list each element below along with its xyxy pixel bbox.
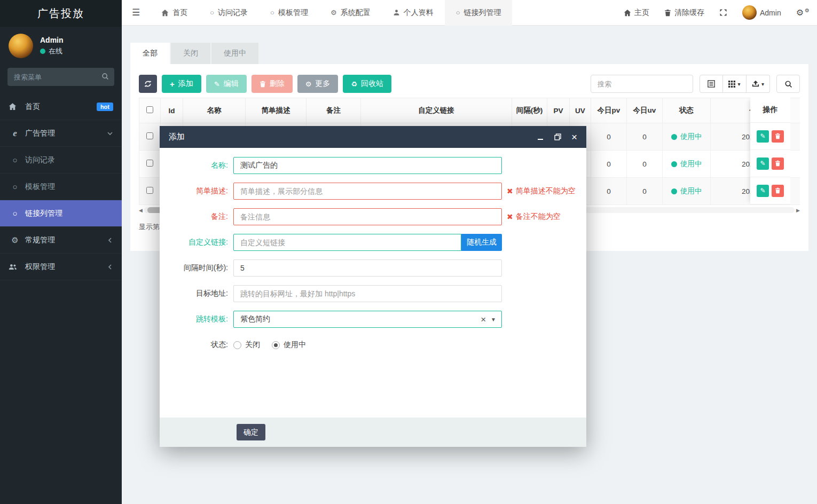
- row-checkbox[interactable]: [146, 187, 153, 194]
- columns-button[interactable]: ▾: [723, 75, 747, 93]
- row-delete-button[interactable]: [772, 185, 784, 197]
- nav-tab-home[interactable]: 首页: [150, 0, 199, 26]
- dialog-body: 名称: 简单描述: ✖简单描述不能为空 备注: ✖备注不能为空 自定义链接: 随…: [160, 148, 586, 418]
- dialog-title: 添加: [169, 132, 185, 142]
- status-badge: 使用中: [671, 159, 702, 169]
- nav-user-menu[interactable]: Admin: [735, 0, 789, 26]
- sidebar-search-input[interactable]: [7, 68, 114, 86]
- sidebar-item-visit-log[interactable]: ○ 访问记录: [0, 147, 122, 174]
- recycle-icon: ♻: [351, 80, 357, 88]
- cell-status: 使用中: [663, 178, 711, 205]
- name-input[interactable]: [233, 157, 502, 174]
- sidebar-item-perm-manage[interactable]: 权限管理: [0, 254, 122, 280]
- row-delete-button[interactable]: [772, 158, 784, 170]
- row-edit-button[interactable]: ✎: [757, 130, 769, 143]
- search-icon: [101, 73, 109, 80]
- toolbar: + 添加 ✎ 编辑 删除 ⚙ 更多 ♻ 回收站: [130, 64, 808, 93]
- brand-title: 广告投放: [0, 0, 122, 27]
- edit-button[interactable]: ✎ 编辑: [206, 75, 247, 93]
- nav-clear-cache[interactable]: 清除缓存: [657, 0, 712, 26]
- scroll-right-arrow-icon[interactable]: ▶: [795, 208, 800, 213]
- name-label: 名称:: [160, 161, 233, 170]
- remark-label: 备注:: [160, 212, 233, 222]
- template-select[interactable]: 紫色简约 × ▼: [233, 311, 502, 328]
- sidebar-item-ad-manage[interactable]: e 广告管理: [0, 120, 122, 147]
- row-edit-button[interactable]: ✎: [757, 185, 769, 197]
- select-all-checkbox[interactable]: [146, 106, 153, 113]
- col-remark: 备注: [307, 98, 361, 123]
- random-generate-button[interactable]: 随机生成: [461, 234, 502, 251]
- top-navbar: ☰ 首页 ○ 访问记录 ○ 模板管理 ⚙ 系统配置 个人资料 ○ 链接列管理 主…: [122, 0, 817, 26]
- pencil-icon: ✎: [760, 160, 765, 167]
- pencil-icon: ✎: [760, 132, 765, 140]
- tab-closed[interactable]: 关闭: [171, 43, 210, 64]
- cell-today-pv: 0: [591, 123, 627, 151]
- interval-input[interactable]: [233, 259, 502, 277]
- link-label: 自定义链接:: [160, 238, 233, 247]
- export-button[interactable]: ▾: [747, 75, 770, 93]
- sidebar-item-home[interactable]: 首页 hot: [0, 93, 122, 120]
- row-actions: ✎: [750, 123, 790, 150]
- remark-input[interactable]: [233, 208, 502, 225]
- tab-all[interactable]: 全部: [130, 43, 170, 64]
- status-dot-icon: [671, 161, 677, 167]
- tab-in-use[interactable]: 使用中: [211, 43, 258, 64]
- scroll-left-arrow-icon[interactable]: ◀: [139, 208, 144, 213]
- maximize-icon[interactable]: [554, 133, 561, 140]
- row-checkbox[interactable]: [146, 160, 153, 167]
- trash-icon: [664, 9, 671, 17]
- sidebar: 广告投放 Admin 在线 首页 hot e 广告管理 ○ 访问记录 ○ 模板: [0, 0, 122, 504]
- search-toggle-button[interactable]: [776, 75, 800, 93]
- trash-icon: [260, 81, 266, 88]
- cell-status: 使用中: [663, 123, 711, 151]
- add-button[interactable]: + 添加: [162, 75, 201, 93]
- plus-icon: +: [170, 80, 175, 89]
- detail-view-button[interactable]: [700, 75, 723, 93]
- custom-link-input[interactable]: [233, 234, 461, 251]
- nav-tab-system[interactable]: ⚙ 系统配置: [319, 0, 382, 26]
- nav-tab-link-manage[interactable]: ○ 链接列管理: [445, 0, 513, 26]
- hot-badge: hot: [97, 103, 113, 111]
- user-name: Admin: [40, 36, 64, 44]
- filter-tabs: 全部 关闭 使用中: [130, 43, 808, 64]
- home-icon: [9, 103, 21, 111]
- field-status: 状态: 关闭 使用中: [160, 336, 586, 353]
- nav-tab-template[interactable]: ○ 模板管理: [259, 0, 319, 26]
- template-label: 跳转模板:: [160, 314, 233, 324]
- close-icon[interactable]: ×: [571, 132, 577, 142]
- row-edit-button[interactable]: ✎: [757, 158, 769, 170]
- row-delete-button[interactable]: [772, 130, 784, 143]
- status-radio-on[interactable]: 使用中: [272, 340, 306, 350]
- caret-down-icon: ▾: [761, 81, 764, 87]
- nav-tab-visit[interactable]: ○ 访问记录: [199, 0, 259, 26]
- status-radio-off[interactable]: 关闭: [233, 340, 260, 350]
- col-actions: 操作: [750, 98, 790, 123]
- sidebar-item-template-manage[interactable]: ○ 模板管理: [0, 174, 122, 200]
- circle-icon: ○: [270, 9, 274, 17]
- target-label: 目标地址:: [160, 289, 233, 298]
- minimize-icon[interactable]: [537, 133, 544, 140]
- more-button[interactable]: ⚙ 更多: [297, 75, 339, 93]
- table-search-input[interactable]: [591, 75, 693, 93]
- settings-gears-icon[interactable]: ⚙⚙: [789, 0, 817, 26]
- field-custom-link: 自定义链接: 随机生成: [160, 234, 586, 251]
- confirm-button[interactable]: 确定: [237, 424, 265, 440]
- recycle-bin-button[interactable]: ♻ 回收站: [343, 75, 391, 93]
- cell-today-uv: 0: [627, 151, 663, 178]
- nav-tab-profile[interactable]: 个人资料: [382, 0, 445, 26]
- clear-selection-icon[interactable]: ×: [481, 315, 486, 324]
- target-input[interactable]: [233, 285, 502, 302]
- sidebar-item-link-manage[interactable]: ○ 链接列管理: [0, 200, 122, 227]
- sidebar-item-general-manage[interactable]: ⚙ 常规管理: [0, 227, 122, 254]
- delete-button[interactable]: 删除: [252, 75, 293, 93]
- row-checkbox[interactable]: [146, 132, 153, 139]
- error-x-icon: ✖: [507, 212, 513, 221]
- nav-home-link[interactable]: 主页: [616, 0, 657, 26]
- hamburger-icon[interactable]: ☰: [122, 7, 150, 18]
- fullscreen-icon[interactable]: [712, 0, 735, 26]
- cell-today-pv: 0: [591, 178, 627, 205]
- desc-input[interactable]: [233, 183, 502, 200]
- refresh-button[interactable]: [139, 75, 157, 93]
- status-badge: 使用中: [671, 186, 702, 196]
- pencil-icon: ✎: [760, 187, 765, 194]
